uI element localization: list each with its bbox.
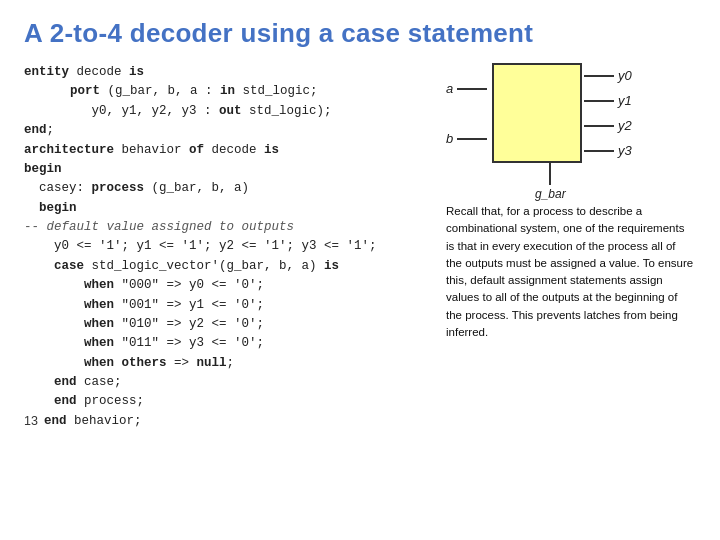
kw-when2: when (84, 298, 114, 312)
kw-is1: is (129, 65, 144, 79)
output-y1-row: y1 (584, 93, 632, 108)
output-y2-row: y2 (584, 118, 632, 133)
output-y0-label: y0 (618, 68, 632, 83)
output-y0-row: y0 (584, 68, 632, 83)
description-text: Recall that, for a process to describe a… (446, 205, 693, 338)
kw-begin1: begin (24, 162, 62, 176)
output-y3-label: y3 (618, 143, 632, 158)
code-line-12: when "000" => y0 <= '0'; (24, 276, 436, 295)
gbar-vline (549, 163, 551, 185)
page-title: A 2-to-4 decoder using a case statement (24, 18, 696, 49)
code-line-7: casey: process (g_bar, b, a) (24, 179, 436, 198)
code-line-1: entity decode is (24, 63, 436, 82)
code-line-14: when "010" => y2 <= '0'; (24, 315, 436, 334)
page: A 2-to-4 decoder using a case statement … (0, 0, 720, 540)
diagram-area: a b y0 y1 (446, 63, 706, 193)
input-a-label: a (446, 81, 453, 96)
content-area: entity decode is port (g_bar, b, a : in … (24, 63, 696, 431)
kw-process: process (92, 181, 145, 195)
kw-when1: when (84, 278, 114, 292)
kw-architecture: architecture (24, 143, 114, 157)
kw-is2: is (264, 143, 279, 157)
gbar-label: g_bar (535, 187, 566, 201)
kw-is3: is (324, 259, 339, 273)
kw-end3: end (54, 394, 77, 408)
kw-out: out (219, 104, 242, 118)
description-box: Recall that, for a process to describe a… (446, 203, 694, 341)
code-line-18: end process; (24, 392, 436, 411)
out-line-y3 (584, 150, 614, 152)
input-b-row: b (446, 131, 487, 146)
input-b-label: b (446, 131, 453, 146)
code-line-8: begin (24, 199, 436, 218)
code-line-11: case std_logic_vector'(g_bar, b, a) is (24, 257, 436, 276)
kw-end4: end behavior; (44, 412, 142, 431)
kw-entity: entity (24, 65, 69, 79)
input-a-row: a (446, 81, 487, 96)
input-a-line (457, 88, 487, 90)
code-line-10: y0 <= '1'; y1 <= '1'; y2 <= '1'; y3 <= '… (24, 237, 436, 256)
kw-when-others: when others (84, 356, 167, 370)
code-line-13: when "001" => y1 <= '0'; (24, 296, 436, 315)
out-line-y2 (584, 125, 614, 127)
kw-when3: when (84, 317, 114, 331)
out-line-y1 (584, 100, 614, 102)
output-y3-row: y3 (584, 143, 632, 158)
code-line-17: end case; (24, 373, 436, 392)
line-number: 13 (24, 412, 38, 431)
code-line-9: -- default value assigned to outputs (24, 218, 436, 237)
code-line-19: 13 end behavior; (24, 412, 436, 431)
code-line-16: when others => null; (24, 354, 436, 373)
comment-default: -- default value assigned to outputs (24, 220, 294, 234)
out-line-y0 (584, 75, 614, 77)
kw-begin2: begin (39, 201, 77, 215)
output-y2-label: y2 (618, 118, 632, 133)
code-line-6: begin (24, 160, 436, 179)
code-line-4: end; (24, 121, 436, 140)
kw-end2: end (54, 375, 77, 389)
input-b-line (457, 138, 487, 140)
code-line-3: y0, y1, y2, y3 : out std_logic); (24, 102, 436, 121)
kw-case: case (54, 259, 84, 273)
code-section: entity decode is port (g_bar, b, a : in … (24, 63, 436, 431)
kw-port: port (70, 84, 100, 98)
kw-of: of (189, 143, 204, 157)
right-section: a b y0 y1 (436, 63, 696, 431)
kw-when4: when (84, 336, 114, 350)
code-line-15: when "011" => y3 <= '0'; (24, 334, 436, 353)
output-lines: y0 y1 y2 y3 (584, 63, 632, 163)
kw-in: in (220, 84, 235, 98)
kw-null: null (197, 356, 227, 370)
kw-end1: end (24, 123, 47, 137)
code-line-5: architecture behavior of decode is (24, 141, 436, 160)
decoder-box (492, 63, 582, 163)
output-y1-label: y1 (618, 93, 632, 108)
gbar-container: g_bar (535, 163, 566, 201)
code-line-2: port (g_bar, b, a : in std_logic; (24, 82, 436, 101)
